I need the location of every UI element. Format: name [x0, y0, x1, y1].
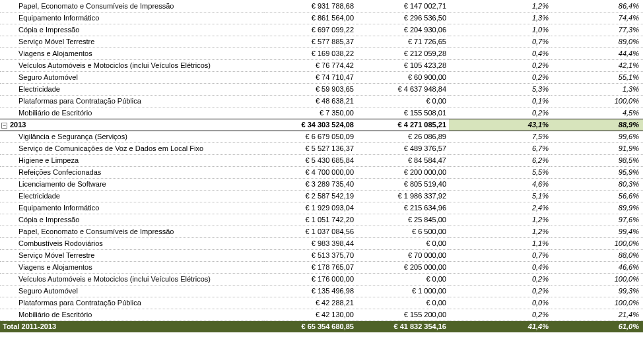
- total-value1: € 65 354 680,85: [264, 320, 356, 332]
- table-row: Cópia e Impressão€ 1 051 742,20€ 25 845,…: [0, 214, 643, 226]
- row-value1: € 42 130,00: [264, 309, 356, 320]
- row-label: Serviço de Comunicações de Voz e Dados e…: [0, 142, 264, 154]
- row-label: Higiene e Limpeza: [0, 154, 264, 166]
- table-row: Higiene e Limpeza€ 5 430 685,84€ 84 584,…: [0, 154, 643, 166]
- group-value1: € 34 303 524,08: [264, 119, 356, 131]
- row-value2: € 0,00: [356, 237, 449, 249]
- row-pct1: 1,0%: [449, 24, 551, 36]
- row-pct2: 100,0%: [551, 237, 643, 249]
- row-value1: € 76 774,42: [264, 59, 356, 71]
- row-value1: € 1 929 093,04: [264, 202, 356, 214]
- row-value2: € 205 000,00: [356, 261, 449, 273]
- row-pct1: 0,2%: [449, 285, 551, 297]
- row-value1: € 169 038,22: [264, 47, 356, 59]
- row-value2: € 71 726,65: [356, 36, 449, 47]
- row-value1: € 135 496,98: [264, 285, 356, 297]
- row-value2: € 296 536,50: [356, 12, 449, 24]
- row-pct1: 6,7%: [449, 142, 551, 154]
- row-label: Electricidade: [0, 190, 264, 202]
- row-value2: € 0,00: [356, 297, 449, 309]
- table-row: Serviço Móvel Terrestre€ 577 885,37€ 71 …: [0, 36, 643, 47]
- row-pct2: 89,0%: [551, 36, 643, 47]
- row-pct1: 1,1%: [449, 237, 551, 249]
- row-label: Viagens e Alojamentos: [0, 47, 264, 59]
- group-2013-label: −2013: [0, 119, 264, 131]
- row-value2: € 200 000,00: [356, 166, 449, 178]
- collapse-icon[interactable]: −: [1, 123, 7, 129]
- row-value2: € 212 059,28: [356, 47, 449, 59]
- row-value1: € 5 430 685,84: [264, 154, 356, 166]
- row-pct2: 100,0%: [551, 95, 643, 107]
- row-label: Refeições Confecionadas: [0, 166, 264, 178]
- row-label: Licenciamento de Software: [0, 178, 264, 190]
- table-row: Veículos Automóveis e Motociclos (inclui…: [0, 273, 643, 285]
- row-label: Veículos Automóveis e Motociclos (inclui…: [0, 59, 264, 71]
- table-row: Licenciamento de Software€ 3 289 735,40€…: [0, 178, 643, 190]
- row-pct2: 44,4%: [551, 47, 643, 59]
- row-pct1: 2,4%: [449, 202, 551, 214]
- row-value2: € 4 637 948,84: [356, 83, 449, 95]
- total-label: Total 2011-2013: [0, 320, 264, 332]
- group-row-2013[interactable]: −2013€ 34 303 524,08€ 4 271 085,2143,1%8…: [0, 119, 643, 131]
- row-value1: € 1 051 742,20: [264, 214, 356, 226]
- row-pct2: 100,0%: [551, 273, 643, 285]
- table-row: Electricidade€ 59 903,65€ 4 637 948,845,…: [0, 83, 643, 95]
- group-year: 2013: [10, 121, 26, 129]
- row-label: Veículos Automóveis e Motociclos (inclui…: [0, 273, 264, 285]
- row-pct2: 99,4%: [551, 226, 643, 237]
- table-row: Serviço de Comunicações de Voz e Dados e…: [0, 142, 643, 154]
- row-pct1: 0,1%: [449, 95, 551, 107]
- row-value1: € 931 788,68: [264, 0, 356, 12]
- row-pct2: 21,4%: [551, 309, 643, 320]
- row-pct1: 0,7%: [449, 36, 551, 47]
- row-pct2: 77,3%: [551, 24, 643, 36]
- row-value2: € 60 900,00: [356, 71, 449, 83]
- table-row: Veículos Automóveis e Motociclos (inclui…: [0, 59, 643, 71]
- row-label: Combustíveis Rodoviários: [0, 237, 264, 249]
- row-value2: € 25 845,00: [356, 214, 449, 226]
- row-pct1: 7,5%: [449, 131, 551, 142]
- row-label: Vigilância e Segurança (Serviços): [0, 131, 264, 142]
- row-value2: € 147 002,71: [356, 0, 449, 12]
- row-pct1: 5,1%: [449, 190, 551, 202]
- row-label: Serviço Móvel Terrestre: [0, 36, 264, 47]
- row-label: Papel, Economato e Consumíveis de Impres…: [0, 226, 264, 237]
- row-label: Papel, Economato e Consumíveis de Impres…: [0, 0, 264, 12]
- row-pct1: 1,2%: [449, 214, 551, 226]
- row-pct2: 42,1%: [551, 59, 643, 71]
- row-value1: € 2 587 542,19: [264, 190, 356, 202]
- row-value1: € 6 679 050,09: [264, 131, 356, 142]
- row-value1: € 176 000,00: [264, 273, 356, 285]
- data-table: Papel, Economato e Consumíveis de Impres…: [0, 0, 643, 332]
- row-pct2: 86,4%: [551, 0, 643, 12]
- row-value2: € 1 000,00: [356, 285, 449, 297]
- row-pct2: 99,6%: [551, 131, 643, 142]
- row-value1: € 178 765,07: [264, 261, 356, 273]
- row-pct2: 55,1%: [551, 71, 643, 83]
- table-row: Viagens e Alojamentos€ 178 765,07€ 205 0…: [0, 261, 643, 273]
- total-pct1: 41,4%: [449, 320, 551, 332]
- row-pct2: 97,6%: [551, 214, 643, 226]
- row-label: Equipamento Informático: [0, 12, 264, 24]
- table-row: Mobiliário de Escritório€ 42 130,00€ 155…: [0, 309, 643, 320]
- row-label: Equipamento Informático: [0, 202, 264, 214]
- group-pct1: 43,1%: [449, 119, 551, 131]
- row-value2: € 0,00: [356, 95, 449, 107]
- row-value2: € 105 423,28: [356, 59, 449, 71]
- row-pct2: 1,3%: [551, 83, 643, 95]
- row-pct1: 6,2%: [449, 154, 551, 166]
- row-label: Cópia e Impressão: [0, 214, 264, 226]
- row-value2: € 1 986 337,92: [356, 190, 449, 202]
- row-value1: € 861 564,00: [264, 12, 356, 24]
- table-row: Electricidade€ 2 587 542,19€ 1 986 337,9…: [0, 190, 643, 202]
- row-value1: € 7 350,00: [264, 107, 356, 119]
- row-value2: € 215 634,96: [356, 202, 449, 214]
- row-value2: € 84 584,47: [356, 154, 449, 166]
- row-pct1: 1,2%: [449, 226, 551, 237]
- row-pct1: 4,6%: [449, 178, 551, 190]
- row-pct1: 5,5%: [449, 166, 551, 178]
- total-pct2: 61,0%: [551, 320, 643, 332]
- table-row: Papel, Economato e Consumíveis de Impres…: [0, 0, 643, 12]
- table-row: Combustíveis Rodoviários€ 983 398,44€ 0,…: [0, 237, 643, 249]
- row-value2: € 489 376,57: [356, 142, 449, 154]
